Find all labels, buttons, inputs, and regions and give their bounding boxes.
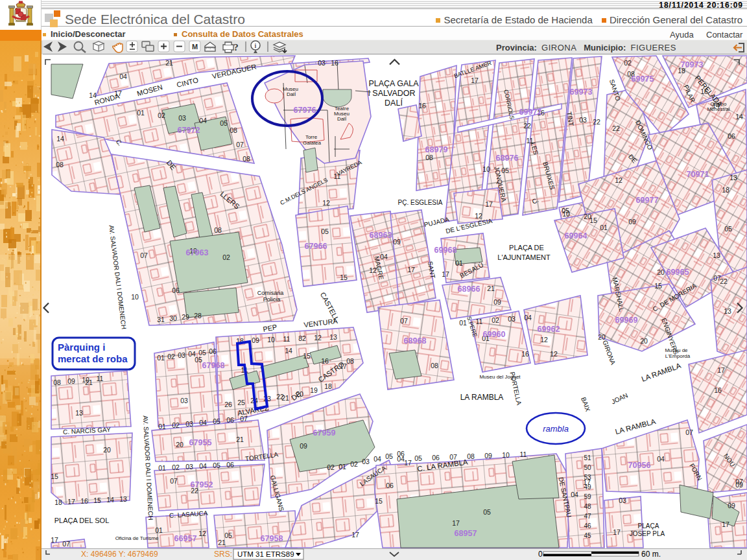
svg-text:17: 17 xyxy=(51,536,58,544)
svg-text:08: 08 xyxy=(425,154,433,161)
svg-text:09: 09 xyxy=(728,502,735,509)
svg-text:05: 05 xyxy=(195,356,202,364)
svg-text:15: 15 xyxy=(51,472,58,480)
svg-text:06: 06 xyxy=(397,450,405,458)
svg-text:09: 09 xyxy=(252,336,259,344)
svg-text:20: 20 xyxy=(584,213,591,220)
svg-text:03: 03 xyxy=(362,458,370,465)
svg-text:09: 09 xyxy=(493,298,501,306)
svg-text:17: 17 xyxy=(485,200,493,208)
svg-text:?: ? xyxy=(233,42,239,52)
svg-text:12: 12 xyxy=(550,350,558,358)
svg-text:11: 11 xyxy=(476,318,483,325)
svg-text:06: 06 xyxy=(226,461,234,469)
svg-text:67959: 67959 xyxy=(313,428,336,438)
svg-text:09: 09 xyxy=(300,442,307,450)
svg-text:rambla: rambla xyxy=(543,424,569,434)
svg-text:09: 09 xyxy=(393,238,401,246)
svg-text:26: 26 xyxy=(224,401,232,408)
svg-text:17: 17 xyxy=(351,531,359,539)
svg-text:06: 06 xyxy=(226,416,234,424)
svg-text:51: 51 xyxy=(584,454,591,461)
svg-text:Policia: Policia xyxy=(263,296,281,303)
svg-text:69969: 69969 xyxy=(615,316,638,325)
svg-text:05: 05 xyxy=(385,452,393,460)
svg-text:05: 05 xyxy=(562,207,569,215)
svg-text:11: 11 xyxy=(283,335,290,343)
svg-text:05: 05 xyxy=(724,225,732,233)
svg-text:DalÍ: DalÍ xyxy=(287,91,296,97)
svg-text:DALÍ: DALÍ xyxy=(385,98,403,108)
svg-text:PLAÇA: PLAÇA xyxy=(638,522,659,530)
svg-text:69968: 69968 xyxy=(434,246,457,255)
svg-text:07: 07 xyxy=(62,540,70,548)
svg-text:14: 14 xyxy=(89,91,97,99)
svg-text:17: 17 xyxy=(404,459,412,467)
svg-text:20: 20 xyxy=(640,337,648,345)
svg-text:02: 02 xyxy=(327,463,335,471)
svg-text:69975: 69975 xyxy=(632,75,654,84)
svg-text:03: 03 xyxy=(508,315,516,323)
svg-text:07: 07 xyxy=(685,428,693,436)
svg-text:15: 15 xyxy=(340,274,348,281)
svg-text:11: 11 xyxy=(334,172,341,180)
svg-text:03: 03 xyxy=(579,116,587,124)
svg-text:16: 16 xyxy=(321,357,329,365)
svg-text:14: 14 xyxy=(56,135,64,143)
svg-text:13: 13 xyxy=(119,495,127,503)
svg-text:03: 03 xyxy=(619,496,626,504)
svg-text:18: 18 xyxy=(722,186,729,194)
svg-text:11: 11 xyxy=(527,137,534,145)
svg-text:02: 02 xyxy=(167,353,175,360)
svg-text:DalÍ: DalÍ xyxy=(337,116,347,122)
svg-text:07: 07 xyxy=(400,317,408,325)
svg-text:68966: 68966 xyxy=(458,285,480,294)
svg-text:20: 20 xyxy=(296,390,303,398)
svg-text:X: 496496 Y: 4679469: X: 496496 Y: 4679469 xyxy=(81,550,158,559)
svg-text:19: 19 xyxy=(310,386,318,394)
svg-text:09: 09 xyxy=(484,452,492,460)
svg-text:17: 17 xyxy=(471,76,479,84)
svg-text:01: 01 xyxy=(158,464,166,472)
svg-text:60 m.: 60 m. xyxy=(641,550,661,559)
svg-text:04: 04 xyxy=(199,462,207,470)
svg-text:18: 18 xyxy=(54,498,62,506)
svg-text:21: 21 xyxy=(165,59,173,67)
svg-text:Museu de: Museu de xyxy=(665,347,688,353)
svg-text:PÇ. ESGLESIA: PÇ. ESGLESIA xyxy=(398,199,443,206)
svg-text:04: 04 xyxy=(380,253,388,261)
svg-text:02: 02 xyxy=(350,460,358,468)
svg-text:13: 13 xyxy=(713,251,720,259)
svg-text:12: 12 xyxy=(369,266,377,274)
svg-text:01: 01 xyxy=(158,423,166,430)
svg-text:08: 08 xyxy=(243,155,250,163)
svg-text:11: 11 xyxy=(520,450,527,458)
svg-text:67966: 67966 xyxy=(305,242,327,251)
svg-text:50: 50 xyxy=(584,464,591,471)
svg-text:82: 82 xyxy=(298,334,306,342)
svg-text:67968: 67968 xyxy=(202,361,225,370)
svg-text:06: 06 xyxy=(432,454,440,461)
svg-text:08: 08 xyxy=(230,126,237,134)
svg-text:02: 02 xyxy=(624,59,632,67)
svg-text:05: 05 xyxy=(501,167,509,174)
svg-text:15: 15 xyxy=(303,352,311,360)
svg-text:17: 17 xyxy=(613,528,621,536)
svg-text:02: 02 xyxy=(158,111,165,119)
svg-text:05: 05 xyxy=(224,531,232,539)
svg-text:04: 04 xyxy=(524,314,532,321)
svg-text:67963: 67963 xyxy=(186,248,209,257)
svg-text:Pàrquing i: Pàrquing i xyxy=(58,342,105,353)
svg-text:05: 05 xyxy=(220,119,228,127)
svg-text:05: 05 xyxy=(483,508,491,516)
svg-text:25: 25 xyxy=(237,399,245,406)
svg-text:10: 10 xyxy=(267,336,275,344)
svg-text:03: 03 xyxy=(318,59,326,67)
svg-text:I SALVADOR: I SALVADOR xyxy=(368,89,415,98)
svg-text:17: 17 xyxy=(452,519,460,527)
svg-text:69977: 69977 xyxy=(636,196,659,205)
svg-text:70973: 70973 xyxy=(681,60,704,69)
svg-text:12: 12 xyxy=(198,530,206,537)
svg-text:09: 09 xyxy=(67,377,75,385)
svg-text:07: 07 xyxy=(713,274,721,282)
